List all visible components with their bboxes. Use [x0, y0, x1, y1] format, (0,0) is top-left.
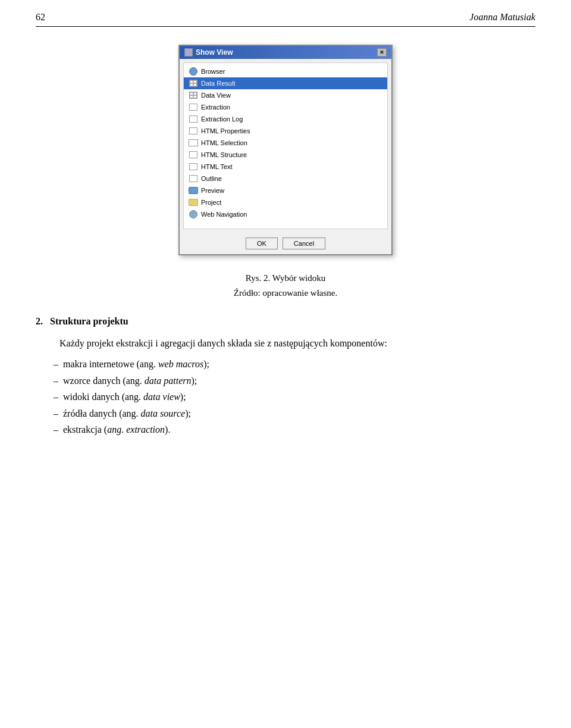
- italic-text: data pattern: [145, 376, 192, 386]
- list-item[interactable]: Data View: [184, 89, 387, 101]
- item-label: HTML Selection: [201, 139, 247, 146]
- dialog-container: Show View ✕ Browser Data Result: [36, 45, 535, 255]
- bullet-list: – makra internetowe (ang. web macros); –…: [48, 357, 535, 438]
- list-item[interactable]: HTML Properties: [184, 125, 387, 137]
- figure-description: Wybór widoku: [272, 273, 326, 283]
- html-properties-icon: [189, 126, 198, 136]
- page-title-header: Joanna Matusiak: [469, 12, 535, 23]
- item-label: Browser: [201, 68, 225, 75]
- html-selection-icon: [189, 138, 198, 148]
- list-item: – źródła danych (ang. data source);: [54, 406, 535, 421]
- section-title: Struktura projektu: [50, 316, 128, 326]
- item-label: Project: [201, 199, 221, 206]
- list-item[interactable]: Browser: [184, 65, 387, 77]
- list-item[interactable]: HTML Selection: [184, 137, 387, 149]
- item-label: Extraction: [201, 104, 230, 111]
- data-result-icon: [189, 79, 198, 88]
- list-item[interactable]: Extraction Log: [184, 113, 387, 125]
- italic-text: data source: [141, 408, 186, 418]
- html-structure-icon: [189, 150, 198, 160]
- list-item-text: wzorce danych (ang. data pattern);: [63, 373, 197, 389]
- dash: –: [54, 422, 58, 438]
- body-paragraph: Każdy projekt ekstrakcji i agregacji dan…: [36, 336, 535, 351]
- dash: –: [54, 406, 58, 421]
- section-number: 2.: [36, 316, 43, 326]
- item-label: Web Navigation: [201, 211, 247, 218]
- list-item-text: makra internetowe (ang. web macros);: [63, 357, 209, 372]
- dialog-close-button[interactable]: ✕: [377, 48, 387, 57]
- italic-text: data view: [143, 392, 180, 402]
- list-item: – makra internetowe (ang. web macros);: [54, 357, 535, 372]
- dialog-title: Show View: [196, 48, 233, 57]
- list-item: – ekstrakcja (ang. extraction).: [54, 422, 535, 438]
- list-item: – wzorce danych (ang. data pattern);: [54, 373, 535, 389]
- dialog-titlebar: Show View ✕: [180, 46, 391, 59]
- item-label: Extraction Log: [201, 115, 243, 123]
- list-item[interactable]: Project: [184, 196, 387, 208]
- html-text-icon: [189, 162, 198, 171]
- dialog-footer: OK Cancel: [180, 233, 391, 254]
- item-label: Data Result: [201, 80, 235, 87]
- ok-button[interactable]: OK: [246, 238, 278, 249]
- dash: –: [54, 389, 58, 405]
- figure-caption: Rys. 2. Wybór widoku: [36, 273, 535, 283]
- source-note: Źródło: opracowanie własne.: [36, 288, 535, 298]
- page-header: 62 Joanna Matusiak: [36, 12, 535, 27]
- item-label: Data View: [201, 92, 231, 99]
- list-item[interactable]: Preview: [184, 185, 387, 196]
- item-label: HTML Properties: [201, 127, 250, 135]
- dialog-icon: [184, 48, 193, 57]
- data-view-icon: [189, 90, 198, 100]
- dash: –: [54, 373, 58, 389]
- dialog-body: Browser Data Result Data View: [183, 63, 388, 229]
- outline-icon: [189, 174, 198, 183]
- project-icon: [189, 198, 198, 207]
- page-number: 62: [36, 12, 45, 23]
- preview-icon: [189, 186, 198, 195]
- list-item-text: widoki danych (ang. data view);: [63, 389, 186, 405]
- italic-text: ang. extraction: [107, 424, 165, 435]
- item-label: HTML Structure: [201, 151, 247, 158]
- list-item[interactable]: HTML Text: [184, 161, 387, 173]
- item-label: Outline: [201, 175, 222, 182]
- list-item[interactable]: Data Result: [184, 77, 387, 89]
- list-item-text: źródła danych (ang. data source);: [63, 406, 191, 421]
- list-item[interactable]: Extraction: [184, 101, 387, 113]
- dash: –: [54, 357, 58, 372]
- figure-number: Rys. 2.: [246, 273, 271, 283]
- browser-icon: [189, 67, 198, 76]
- italic-text: web macros: [158, 359, 203, 369]
- web-navigation-icon: [189, 210, 198, 219]
- extraction-log-icon: [189, 114, 198, 124]
- list-item[interactable]: Web Navigation: [184, 208, 387, 220]
- item-label: HTML Text: [201, 163, 233, 170]
- list-item[interactable]: HTML Structure: [184, 149, 387, 161]
- extraction-icon: [189, 102, 198, 112]
- list-item[interactable]: Outline: [184, 173, 387, 185]
- list-item-text: ekstrakcja (ang. extraction).: [63, 422, 170, 438]
- cancel-button[interactable]: Cancel: [283, 238, 325, 249]
- list-item: – widoki danych (ang. data view);: [54, 389, 535, 405]
- dialog-window: Show View ✕ Browser Data Result: [178, 45, 393, 255]
- section-heading: 2. Struktura projektu: [36, 316, 535, 327]
- item-label: Preview: [201, 187, 224, 194]
- dialog-titlebar-title: Show View: [184, 48, 233, 57]
